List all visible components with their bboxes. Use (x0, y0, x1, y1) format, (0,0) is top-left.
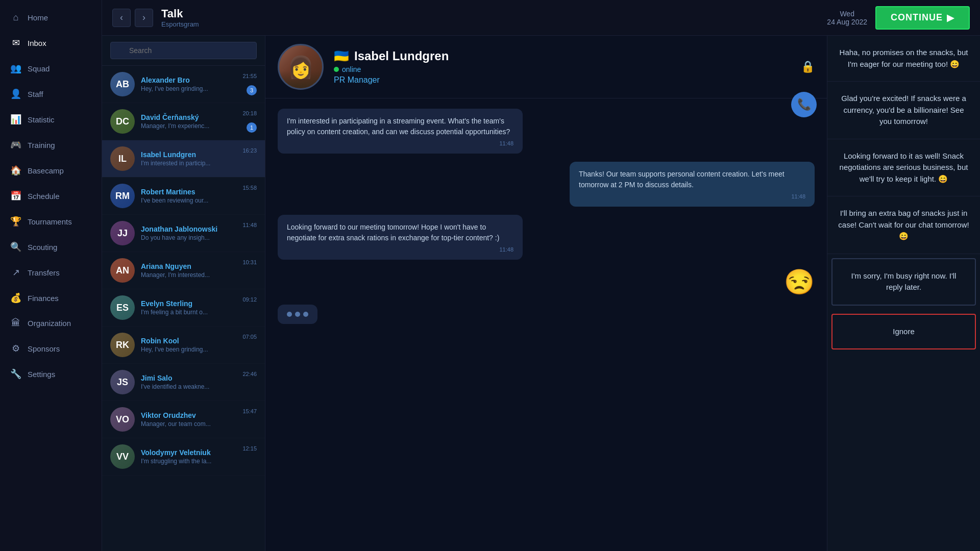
message-msg1: I'm interested in participating in a str… (278, 109, 523, 154)
online-status: online (334, 65, 449, 73)
reply-option-opt2[interactable]: Glad you're excited! If snacks were a cu… (827, 82, 980, 139)
contact-badge-david: 1 (247, 122, 257, 133)
contact-item-robert[interactable]: RM Robert Martines I've been reviewing o… (102, 178, 265, 215)
reply-option-opt1[interactable]: Haha, no promises on the snacks, but I'm… (827, 36, 980, 82)
sidebar-item-statistic[interactable]: 📊 Statistic (0, 107, 102, 132)
forward-button[interactable]: › (135, 9, 153, 27)
chat-user-name: 🇺🇦 Isabel Lundgren (334, 49, 449, 63)
contact-info-jimi: Jimi Salo I've identified a weakne... (141, 374, 257, 390)
sidebar-item-staff[interactable]: 👤 Staff (0, 81, 102, 107)
contact-info-isabel: Isabel Lundgren I'm interested in partic… (141, 151, 257, 167)
date-full: 24 Aug 2022 (827, 18, 867, 26)
contact-info-volodymyr: Volodymyr Veletniuk I'm struggling with … (141, 448, 257, 465)
lock-icon: 🔒 (801, 60, 815, 73)
reply-option-opt4[interactable]: I'll bring an extra bag of snacks just i… (827, 196, 980, 254)
reply-busy-option[interactable]: I'm sorry, I'm busy right now. I'll repl… (831, 258, 976, 306)
sidebar-item-basecamp[interactable]: 🏠 Basecamp (0, 158, 102, 183)
chat-header: 👩 🇺🇦 Isabel Lundgren online PR Manager 🔒 (265, 36, 827, 98)
nav-arrows: ‹ › (112, 9, 153, 27)
sidebar-item-squad[interactable]: 👥 Squad (0, 56, 102, 81)
contact-item-david[interactable]: DC David Čerňanský Manager, I'm experien… (102, 103, 265, 140)
typing-dot-1 (287, 312, 292, 317)
messages-area: I'm interested in participating in a str… (265, 98, 827, 551)
contact-item-evelyn[interactable]: ES Evelyn Sterling I'm feeling a bit bur… (102, 289, 265, 327)
sidebar-item-training[interactable]: 🎮 Training (0, 132, 102, 158)
training-icon: 🎮 (10, 139, 21, 151)
user-name-text: Isabel Lundgren (354, 49, 449, 63)
user-flag-icon: 🇺🇦 (334, 49, 349, 63)
tournaments-icon: 🏆 (10, 216, 21, 227)
contact-time-jimi: 22:46 (242, 371, 257, 377)
sidebar-label-home: Home (28, 13, 48, 22)
topbar: ‹ › Talk Esportsgram Wed 24 Aug 2022 CON… (102, 0, 980, 36)
sidebar-label-statistic: Statistic (28, 115, 55, 124)
squad-icon: 👥 (10, 63, 21, 74)
sidebar-label-inbox: Inbox (28, 39, 46, 47)
back-button[interactable]: ‹ (112, 9, 131, 27)
sidebar-item-tournaments[interactable]: 🏆 Tournaments (0, 209, 102, 234)
sidebar-item-schedule[interactable]: 📅 Schedule (0, 183, 102, 209)
sidebar-label-organization: Organization (28, 319, 71, 328)
sidebar-label-transfers: Transfers (28, 268, 60, 277)
contact-avatar-robin: RK (110, 333, 135, 357)
chat-user-info: 🇺🇦 Isabel Lundgren online PR Manager (334, 49, 449, 85)
sidebar-label-staff: Staff (28, 90, 43, 98)
sidebar-item-organization[interactable]: 🏛 Organization (0, 311, 102, 336)
contact-list: 🔍 AB Alexander Bro Hey, I've been grindi… (102, 36, 265, 551)
sidebar-item-inbox[interactable]: ✉ Inbox (0, 30, 102, 56)
contact-item-viktor[interactable]: VO Viktor Orudzhev Manager, our team com… (102, 401, 265, 438)
sidebar-item-home[interactable]: ⌂ Home (0, 5, 102, 30)
contact-info-robin: Robin Kool Hey, I've been grinding... (141, 337, 257, 353)
sidebar-item-finances[interactable]: 💰 Finances (0, 285, 102, 311)
contact-time-isabel: 16:23 (242, 147, 257, 154)
contact-item-robin[interactable]: RK Robin Kool Hey, I've been grinding...… (102, 327, 265, 364)
contact-item-ariana[interactable]: AN Ariana Nguyen Manager, I'm interested… (102, 252, 265, 289)
contact-item-isabel[interactable]: IL Isabel Lundgren I'm interested in par… (102, 140, 265, 178)
reply-ignore-option[interactable]: Ignore (831, 314, 976, 350)
contact-info-jonathan: Jonathan Jablonowski Do you have any ins… (141, 225, 257, 241)
contact-name-alexander: Alexander Bro (141, 76, 257, 84)
contact-preview-jimi: I've identified a weakne... (141, 383, 257, 390)
inbox-icon: ✉ (10, 37, 21, 48)
contact-name-isabel: Isabel Lundgren (141, 151, 257, 159)
main-content: ‹ › Talk Esportsgram Wed 24 Aug 2022 CON… (102, 0, 980, 551)
contact-name-ariana: Ariana Nguyen (141, 262, 257, 270)
sidebar-label-basecamp: Basecamp (28, 166, 64, 175)
contact-avatar-david: DC (110, 109, 135, 134)
message-time-msg1: 11:48 (287, 140, 513, 146)
message-text-msg2: Thanks! Our team supports personal conte… (579, 169, 805, 190)
contact-preview-ariana: Manager, I'm interested... (141, 271, 257, 279)
contact-item-volodymyr[interactable]: VV Volodymyr Veletniuk I'm struggling wi… (102, 438, 265, 475)
finances-icon: 💰 (10, 292, 21, 304)
contact-name-robert: Robert Martines (141, 188, 257, 196)
sidebar-item-transfers[interactable]: ↗ Transfers (0, 260, 102, 285)
typing-dot-2 (295, 312, 300, 317)
sidebar-item-settings[interactable]: 🔧 Settings (0, 361, 102, 387)
contact-info-ariana: Ariana Nguyen Manager, I'm interested... (141, 262, 257, 279)
sidebar-item-sponsors[interactable]: ⚙ Sponsors (0, 336, 102, 361)
search-wrapper: 🔍 (110, 42, 257, 59)
sidebar-label-settings: Settings (28, 370, 55, 379)
contact-preview-jonathan: Do you have any insigh... (141, 234, 257, 241)
user-role: PR Manager (334, 76, 449, 85)
contact-time-robert: 15:58 (242, 185, 257, 191)
search-input[interactable] (110, 42, 257, 59)
date-display: Wed 24 Aug 2022 (827, 10, 867, 26)
contact-info-evelyn: Evelyn Sterling I'm feeling a bit burnt … (141, 299, 257, 316)
contact-item-jimi[interactable]: JS Jimi Salo I've identified a weakne...… (102, 364, 265, 401)
sidebar-item-scouting[interactable]: 🔍 Scouting (0, 234, 102, 260)
continue-button[interactable]: CONTINUE ▶ (875, 6, 970, 30)
contact-avatar-jonathan: JJ (110, 221, 135, 245)
contact-time-jonathan: 11:48 (242, 222, 257, 228)
contact-item-alexander[interactable]: AB Alexander Bro Hey, I've been grinding… (102, 66, 265, 103)
contact-info-robert: Robert Martines I've been reviewing our.… (141, 188, 257, 204)
contact-time-viktor: 15:47 (242, 408, 257, 414)
call-button[interactable]: 📞 (791, 92, 817, 117)
contact-avatar-volodymyr: VV (110, 444, 135, 469)
contact-item-jonathan[interactable]: JJ Jonathan Jablonowski Do you have any … (102, 215, 265, 252)
contact-avatar-alexander: AB (110, 72, 135, 96)
contact-avatar-viktor: VO (110, 407, 135, 432)
message-msg2: Thanks! Our team supports personal conte… (570, 162, 815, 207)
reply-option-opt3[interactable]: Looking forward to it as well! Snack neg… (827, 139, 980, 197)
topbar-right: Wed 24 Aug 2022 CONTINUE ▶ (827, 6, 970, 30)
